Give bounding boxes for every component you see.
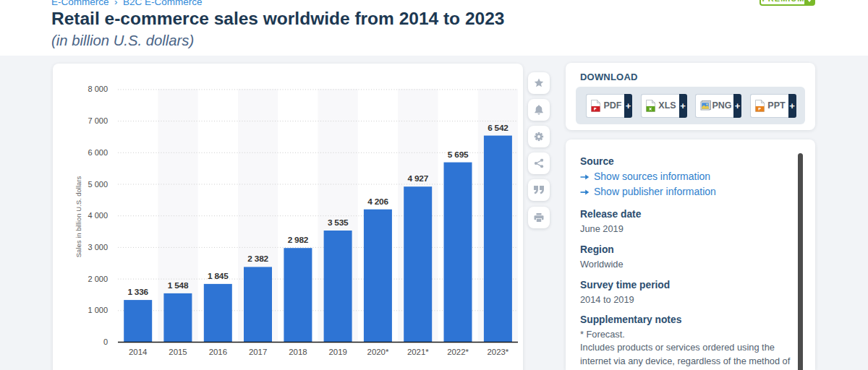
svg-text:4 206: 4 206 (367, 197, 388, 207)
svg-text:6 542: 6 542 (488, 123, 509, 133)
svg-text:8 000: 8 000 (88, 85, 108, 93)
svg-text:2018: 2018 (289, 348, 307, 356)
svg-text:2023*: 2023* (488, 348, 509, 356)
svg-text:2015: 2015 (169, 348, 187, 356)
svg-text:2016: 2016 (209, 348, 227, 356)
svg-text:4 927: 4 927 (408, 173, 429, 184)
svg-text:2014: 2014 (129, 348, 147, 356)
svg-text:5 695: 5 695 (448, 150, 469, 160)
svg-text:4 000: 4 000 (88, 211, 108, 220)
svg-text:1 000: 1 000 (88, 306, 108, 314)
svg-text:2019: 2019 (329, 348, 347, 356)
svg-text:3 000: 3 000 (88, 243, 108, 251)
svg-text:3 535: 3 535 (328, 218, 349, 228)
svg-text:2 382: 2 382 (247, 254, 268, 264)
svg-text:2017: 2017 (249, 348, 267, 356)
svg-text:1 548: 1 548 (168, 280, 189, 291)
svg-text:Sales in billion U.S. dollars: Sales in billion U.S. dollars (75, 176, 82, 258)
svg-text:2022*: 2022* (447, 348, 469, 356)
svg-text:6 000: 6 000 (88, 148, 108, 157)
svg-text:7 000: 7 000 (88, 116, 108, 125)
svg-text:1 845: 1 845 (208, 271, 229, 281)
svg-text:2 000: 2 000 (88, 275, 108, 283)
svg-text:5 000: 5 000 (88, 180, 108, 189)
svg-text:1 336: 1 336 (127, 287, 148, 297)
svg-text:2021*: 2021* (407, 348, 429, 356)
svg-text:2 982: 2 982 (288, 235, 309, 245)
svg-text:0: 0 (103, 337, 108, 346)
svg-text:2020*: 2020* (367, 348, 389, 356)
